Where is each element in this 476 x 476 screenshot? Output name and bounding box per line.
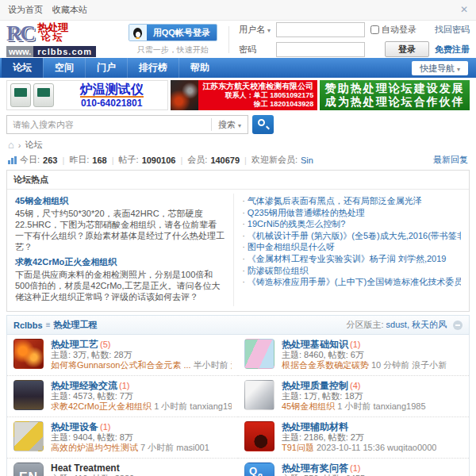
forum-link[interactable]: 热处理质量控制 [282,380,348,391]
logo-domain: rclbbs.com [33,46,96,57]
forum-icon-equipment-photo[interactable] [244,380,274,410]
last-post-link[interactable]: 如何将Gunnarson公式和合金元素 ... [51,360,191,370]
header-divider [228,26,229,53]
section-title-link[interactable]: 热处理工程 [54,319,98,331]
hot-topic-link[interactable]: ·Q235钢用做普通螺栓的热处理 [242,207,461,219]
forum-icon-english[interactable]: EN [13,463,44,476]
hot-topic-link[interactable]: ·《机械设计手册 (第六版)》(全5卷)成大先,2016(带书签非扫描版) [242,230,461,242]
nav-item-forum[interactable]: 论坛 [2,58,43,78]
forum-link[interactable]: 热处理有奖问答 [282,463,348,474]
auto-login-checkbox[interactable] [370,25,379,34]
last-post-link[interactable]: T91问题 [282,443,314,452]
new-post-count: (1) [350,463,360,473]
last-post-meta[interactable]: 2023-10-11 15:36 wuqitao0000 [317,443,436,452]
forum-hotspots-panel: 论坛热点 45钢金相组织 45钢，尺寸约50*30*20，表面42HRC，芯部硬… [6,170,470,312]
forum-stats: 主题: 8460, 帖数: 6万 [282,350,447,360]
qq-login-hint: 只需一步，快速开始 [129,44,217,56]
featured-topic-title[interactable]: 求教42CrMo正火金相组织 [15,256,225,268]
login-button[interactable]: 登录 [385,41,429,57]
last-post-link[interactable]: 45钢金相组织 [282,401,335,411]
password-label: 密码 [239,44,271,56]
hot-topic-link[interactable]: ·防渗碳部位组织 [242,265,461,277]
qq-penguin-icon [133,28,142,38]
home-icon[interactable]: ⌂ [8,140,14,149]
forum-stats: 主题: 4573, 帖数: 7万 [51,391,232,401]
forum-row-craft: 热处理工艺(5) 主题: 3万, 帖数: 28万 如何将Gunnarson公式和… [7,335,238,376]
hot-topic-link[interactable]: ·图中金相组织是什么呀 [242,241,461,253]
quick-nav-caret-icon: ▾ [457,66,460,73]
ad-contact-2: 徐工 18201043928 [202,100,313,109]
find-password-link[interactable]: 找回密码 [435,24,470,36]
last-post-link[interactable]: 高效的炉温均匀性测试 [51,443,138,452]
ad-banner-row: 炉温测试仪 010-64021801 江苏东方航天校准检测有限公司 联系人：单工… [6,80,470,110]
ad-welder-photo [171,80,198,110]
ad-sponsor-line2: 成为热处理论坛合作伙伴 [320,95,470,109]
nav-item-portal[interactable]: 门户 [85,58,127,78]
featured-topic-title[interactable]: 45钢金相组织 [15,195,225,207]
hot-topic-link[interactable]: ·《铸造标准应用手册》(上中下)全国铸造标准化技术委员会 [242,276,461,288]
forum-icon-qa[interactable]: Q & A [244,463,274,476]
latest-reply-link[interactable]: 最新回复 [433,154,468,166]
nav-item-ranking[interactable]: 排行榜 [127,58,178,78]
newest-member-link[interactable]: Sin [301,155,313,165]
nav-item-help[interactable]: 帮助 [178,58,221,78]
forum-icon-meeting-photo[interactable] [13,380,44,410]
auto-login-option[interactable]: 自动登录 [370,24,429,36]
last-post-meta[interactable]: 1 小时前 tanxiang1985 [337,401,425,411]
forum-link[interactable]: 热处理经验交流 [51,380,117,391]
stat-yesterday-label: 昨日: [69,154,89,166]
breadcrumb: ⌂ › 论坛 [8,139,468,151]
hot-topic-link[interactable]: ·《金属材料工程专业实验实训》杨子润 刘学然,2019 [242,253,461,265]
last-post-meta[interactable]: 10 分钟前 浪子小新 [371,360,447,370]
last-post-meta[interactable]: 1 小时前 tanxiang1985 [154,401,232,411]
site-logo[interactable]: RC 热处理 论坛 www. rclbbs.com [6,23,108,57]
search-type-select[interactable]: 搜索 ▾ [211,118,248,131]
username-label[interactable]: 用户名 ▾ [239,24,271,36]
ad-furnace-tester[interactable]: 炉温测试仪 010-64021801 [6,80,168,110]
site-header: RC 热处理 论坛 www. rclbbs.com 用QQ帐号登录 只需一步，快… [0,21,476,58]
last-post-meta[interactable]: 7 小时前 masi001 [140,443,209,452]
forum-link[interactable]: 热处理辅助材料 [282,421,348,432]
username-input[interactable] [276,22,365,37]
qq-login-block: 用QQ帐号登录 只需一步，快速开始 [129,24,217,56]
section-collapse-icon[interactable] [453,321,463,330]
forum-link[interactable]: Heat Treatment [51,463,120,474]
forum-link[interactable]: 热处理设备 [51,421,98,432]
qq-login-button[interactable]: 用QQ帐号登录 [129,24,217,41]
register-link[interactable]: 免费注册 [435,44,470,56]
ad-sponsor-line1: 赞助热处理论坛建设发展 [320,82,470,95]
forum-icon-hot-parts[interactable] [13,339,44,369]
featured-topic-body: 45钢，尺寸约50*30*20，表面42HRC，芯部硬度22.5HRC，下图为芯… [15,208,225,252]
nav-item-space[interactable]: 空间 [43,58,85,78]
section-moderators-links[interactable]: sdust, 秋天的风 [386,320,447,329]
ad-furnace-title: 炉温测试仪 [80,83,144,98]
forum-icon-quench-oil[interactable] [244,421,274,451]
password-input[interactable] [276,42,365,57]
add-favorite-link[interactable]: 收藏本站 [52,0,87,20]
last-post-meta[interactable]: 半小时前 浪子小新 [194,360,232,370]
quick-nav-button[interactable]: 快捷导航 ▾ [412,61,468,75]
collapse-header-icon[interactable]: ✕ [460,0,468,20]
ad-contact-1: 联系人：单工 18051092175 [202,91,313,100]
username-caret-icon: ▾ [267,27,271,34]
forum-row-experience: 热处理经验交流(1) 主题: 4573, 帖数: 7万 求教42CrMo正火金相… [7,376,238,417]
new-post-count: (1) [100,422,110,432]
forum-link[interactable]: 热处理基础知识 [282,339,348,350]
stat-yesterday-value: 168 [92,155,106,165]
last-post-link[interactable]: 求教42CrMo正火金相组织 [51,401,152,411]
ad-jiangsu-aerospace[interactable]: 江苏东方航天校准检测有限公司 联系人：单工 18051092175 徐工 182… [171,80,317,110]
section-header-heat-treatment-engineering: Rclbbs ≡ 热处理工程 分区版主: sdust, 秋天的风 [6,315,470,335]
forum-icon-machine-photo[interactable] [13,421,44,451]
ad-sponsor-forum[interactable]: 赞助热处理论坛建设发展 成为热处理论坛合作伙伴 [320,80,470,110]
new-post-count: (1) [350,340,360,349]
hot-topic-link[interactable]: ·19CrNi5的残奥怎么控制? [242,218,461,230]
search-button[interactable] [252,115,274,134]
qq-login-label: 用QQ帐号登录 [147,25,217,40]
last-post-link[interactable]: 根据合金系数确定碳势 [282,360,369,370]
forum-link[interactable]: 热处理工艺 [51,339,98,350]
search-input[interactable] [7,117,211,132]
hot-topic-link[interactable]: ·气体渗氮后表面有黑点，还有局部泛金属光泽 [242,195,461,207]
set-homepage-link[interactable]: 设为首页 [8,0,43,20]
forum-icon-phase-diagram[interactable] [244,339,274,369]
featured-topic-body: 下面是供应商来料的金相检测照片，分别是100倍和500倍拍的，材质是42CrMo… [15,269,225,302]
